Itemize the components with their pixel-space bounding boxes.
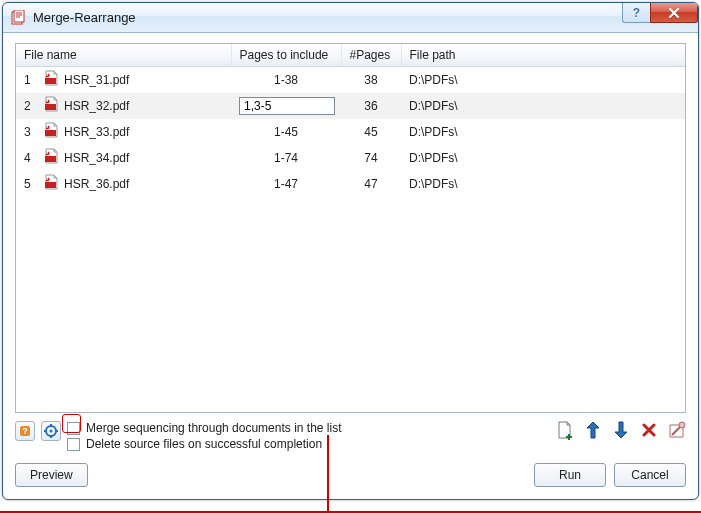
app-icon [11,10,27,26]
row-index: 3 [16,119,36,145]
pages-to-include-input[interactable] [239,97,335,115]
merge-rearrange-dialog: Merge-Rearrange ? File name Pages to inc… [2,2,699,500]
file-name-cell: HSR_32.pdf [56,93,231,119]
svg-rect-1 [14,10,24,22]
file-name-cell: HSR_36.pdf [56,171,231,197]
pdf-icon [36,67,56,93]
preview-button[interactable]: Preview [15,463,88,487]
row-index: 5 [16,171,36,197]
client-area: File name Pages to include #Pages File p… [3,33,698,499]
add-file-icon[interactable] [556,421,574,439]
arrow-up-icon[interactable] [584,421,602,439]
table-row[interactable]: 1HSR_31.pdf1-3838D:\PDFs\ [16,67,685,93]
file-path-cell: D:\PDFs\ [401,93,685,119]
svg-point-10 [50,430,53,433]
svg-rect-2 [45,78,56,84]
pages-to-include-cell: 1-45 [274,125,298,139]
options-row: ? Merge sequencing through documents in … [15,421,686,451]
file-path-cell: D:\PDFs\ [401,67,685,93]
pages-to-include-cell: 1-74 [274,151,298,165]
pages-to-include-cell: 1-38 [274,73,298,87]
npages-cell: 38 [341,67,401,93]
pdf-icon [36,93,56,119]
svg-text:?: ? [22,426,28,436]
svg-rect-5 [45,156,56,162]
remove-icon[interactable] [640,421,658,439]
svg-rect-4 [45,130,56,136]
callout-line-v [327,435,329,513]
help-small-button[interactable]: ? [15,421,35,441]
file-path-cell: D:\PDFs\ [401,145,685,171]
table-row[interactable]: 4HSR_34.pdf1-7474D:\PDFs\ [16,145,685,171]
pages-to-include-cell: 1-47 [274,177,298,191]
row-index: 1 [16,67,36,93]
table-row[interactable]: 3HSR_33.pdf1-4545D:\PDFs\ [16,119,685,145]
bottom-bar: Preview Run Cancel [15,463,686,487]
pdf-icon [36,171,56,197]
merge-seq-label: Merge sequencing through documents in th… [86,421,342,435]
col-filepath[interactable]: File path [401,44,685,67]
npages-cell: 45 [341,119,401,145]
npages-cell: 47 [341,171,401,197]
clear-list-icon[interactable] [668,421,686,439]
close-button[interactable] [650,3,698,23]
window-title: Merge-Rearrange [33,10,622,25]
col-pages-to-include[interactable]: Pages to include [231,44,341,67]
svg-rect-6 [45,182,56,188]
row-index: 2 [16,93,36,119]
arrow-down-icon[interactable] [612,421,630,439]
file-name-cell: HSR_34.pdf [56,145,231,171]
titlebar: Merge-Rearrange ? [3,3,698,33]
file-table-wrap: File name Pages to include #Pages File p… [15,43,686,413]
table-row[interactable]: 5HSR_36.pdf1-4747D:\PDFs\ [16,171,685,197]
file-table[interactable]: File name Pages to include #Pages File p… [16,44,685,197]
svg-rect-3 [45,104,56,110]
file-name-cell: HSR_33.pdf [56,119,231,145]
row-index: 4 [16,145,36,171]
npages-cell: 74 [341,145,401,171]
col-filename[interactable]: File name [16,44,231,67]
help-button[interactable]: ? [622,3,650,23]
cancel-button[interactable]: Cancel [614,463,686,487]
file-path-cell: D:\PDFs\ [401,171,685,197]
options-button[interactable] [41,421,61,441]
svg-point-17 [679,422,685,428]
table-row[interactable]: 2HSR_32.pdf36D:\PDFs\ [16,93,685,119]
delete-src-checkbox[interactable] [67,438,80,451]
run-button[interactable]: Run [534,463,606,487]
pdf-icon [36,145,56,171]
delete-src-label: Delete source files on successful comple… [86,437,322,451]
list-toolbar [556,421,686,439]
file-name-cell: HSR_31.pdf [56,67,231,93]
npages-cell: 36 [341,93,401,119]
merge-seq-checkbox[interactable] [67,422,80,435]
pdf-icon [36,119,56,145]
col-npages[interactable]: #Pages [341,44,401,67]
file-path-cell: D:\PDFs\ [401,119,685,145]
